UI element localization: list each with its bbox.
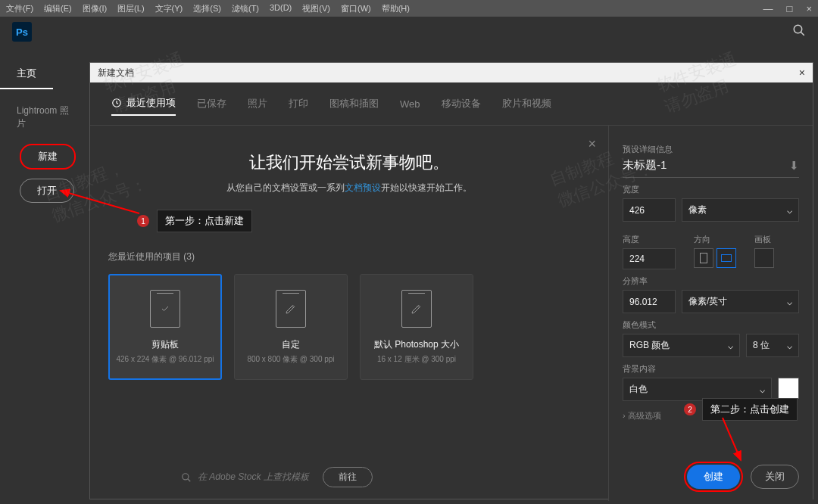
menu-view[interactable]: 视图(V) — [302, 3, 330, 14]
save-preset-icon[interactable]: ⬇ — [789, 159, 799, 173]
document-icon — [401, 290, 432, 328]
maximize-icon[interactable]: □ — [787, 3, 793, 14]
svg-line-1 — [801, 32, 804, 36]
tab-film[interactable]: 胶片和视频 — [502, 92, 551, 115]
menu-image[interactable]: 图像(I) — [83, 3, 107, 14]
menu-layer[interactable]: 图层(L) — [117, 3, 144, 14]
tab-web[interactable]: Web — [400, 94, 420, 114]
menubar: 文件(F) 编辑(E) 图像(I) 图层(L) 文字(Y) 选择(S) 滤镜(T… — [0, 0, 818, 17]
tab-mobile[interactable]: 移动设备 — [442, 92, 481, 115]
menu-select[interactable]: 选择(S) — [193, 3, 221, 14]
menu-edit[interactable]: 编辑(E) — [44, 3, 72, 14]
preset-settings-panel: 预设详细信息 未标题-1 ⬇ 宽度 像素⌵ 高度 方向 — [608, 126, 813, 501]
menu-3d[interactable]: 3D(D) — [270, 3, 292, 14]
go-button[interactable]: 前往 — [323, 467, 373, 487]
create-button[interactable]: 创建 — [687, 465, 740, 489]
step2-badge: 2 — [684, 403, 696, 415]
menu-window[interactable]: 窗口(W) — [341, 3, 371, 14]
width-unit-select[interactable]: 像素⌵ — [682, 198, 799, 222]
panel-title: 预设详细信息 — [623, 144, 799, 155]
menu-file[interactable]: 文件(F) — [6, 3, 33, 14]
tab-art[interactable]: 图稿和插图 — [329, 92, 379, 115]
close-window-icon[interactable]: × — [806, 3, 812, 14]
bg-color-swatch[interactable] — [778, 378, 799, 399]
artboard-checkbox[interactable] — [754, 248, 774, 268]
toolbar: Ps — [0, 17, 818, 47]
welcome-close-icon[interactable]: × — [588, 136, 596, 152]
search-icon[interactable] — [792, 23, 806, 40]
doc-name-input[interactable]: 未标题-1 — [623, 158, 667, 173]
orient-portrait[interactable] — [694, 248, 713, 268]
welcome-subtitle: 从您自己的文档设置或一系列文档预设开始以快速开始工作。 — [108, 182, 590, 194]
home-tab[interactable]: 主页 — [0, 59, 53, 89]
lightroom-photos-link[interactable]: Lightroom 照片 — [0, 104, 88, 130]
preset-clipboard[interactable]: 剪贴板 426 x 224 像素 @ 96.012 ppi — [108, 274, 222, 380]
svg-point-5 — [183, 473, 189, 479]
document-icon — [276, 290, 306, 328]
dialog-close-icon[interactable]: × — [799, 67, 805, 79]
home-sidebar: 主页 Lightroom 照片 新建 打开 — [0, 47, 88, 504]
svg-point-0 — [794, 25, 802, 33]
width-input[interactable] — [623, 198, 676, 222]
resolution-unit-select[interactable]: 像素/英寸⌵ — [682, 290, 799, 313]
tab-recent[interactable]: 最近使用项 — [111, 92, 176, 116]
photoshop-logo: Ps — [12, 22, 32, 42]
tab-saved[interactable]: 已保存 — [197, 92, 226, 115]
orient-landscape[interactable] — [717, 248, 736, 268]
menu-filter[interactable]: 滤镜(T) — [232, 3, 259, 14]
step2-text: 第二步：点击创建 — [702, 398, 798, 421]
open-button[interactable]: 打开 — [20, 179, 74, 203]
document-icon — [150, 290, 180, 328]
height-input[interactable] — [623, 248, 676, 269]
recent-items-label: 您最近使用的项目 (3) — [108, 250, 590, 263]
minimize-icon[interactable]: — — [763, 3, 773, 14]
new-button[interactable]: 新建 — [20, 144, 76, 170]
menu-type[interactable]: 文字(Y) — [155, 3, 183, 14]
preset-default[interactable]: 默认 Photoshop 大小 16 x 12 厘米 @ 300 ppi — [360, 274, 473, 380]
preset-custom[interactable]: 自定 800 x 800 像素 @ 300 ppi — [234, 274, 348, 380]
resolution-input[interactable] — [623, 290, 676, 313]
svg-line-4 — [417, 306, 419, 307]
dialog-title: 新建文档 — [98, 67, 134, 79]
menu-help[interactable]: 帮助(H) — [382, 3, 410, 14]
svg-line-3 — [292, 306, 293, 307]
bit-depth-select[interactable]: 8 位⌵ — [746, 334, 799, 357]
new-document-dialog: 新建文档 × 最近使用项 已保存 照片 打印 图稿和插图 Web 移动设备 胶片… — [89, 62, 813, 499]
stock-search-input[interactable]: 在 Adobe Stock 上查找模板 — [181, 471, 309, 484]
welcome-title: 让我们开始尝试新事物吧。 — [108, 151, 590, 174]
step1-text: 第一步：点击新建 — [157, 210, 252, 232]
tab-photo[interactable]: 照片 — [248, 92, 267, 115]
step1-badge: 1 — [137, 215, 149, 227]
doc-preset-link[interactable]: 文档预设 — [345, 182, 381, 193]
svg-line-6 — [188, 478, 191, 481]
color-mode-select[interactable]: RGB 颜色⌵ — [623, 334, 740, 357]
close-button[interactable]: 关闭 — [751, 465, 799, 489]
tab-print[interactable]: 打印 — [289, 92, 308, 115]
